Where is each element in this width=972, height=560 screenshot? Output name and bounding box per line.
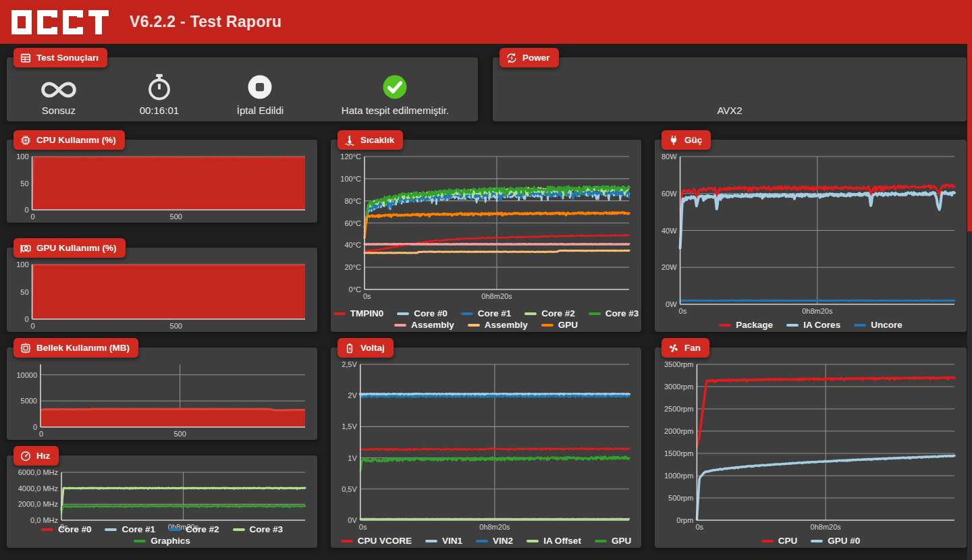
- chart-title: GPU Kullanımı (%): [36, 243, 117, 253]
- legend-label: TMPIN0: [350, 308, 384, 318]
- chart-svg: 0,0 MHz2000,0 MHz4000,0 MHz6000,0 MHz0s0…: [11, 469, 312, 532]
- speed-legend: Core #0Core #1Core #2Core #3Graphics: [7, 524, 317, 546]
- summary-label: 00:16:01: [140, 105, 179, 116]
- chart-panel-fan: Fan 0rpm500rpm1000rpm1500rpm2000rpm2500r…: [655, 347, 967, 548]
- legend-label: IA Cores: [803, 320, 840, 330]
- cpu-icon: [20, 134, 32, 146]
- battery-bolt-icon: [344, 342, 356, 354]
- svg-text:500: 500: [173, 430, 186, 438]
- chart-panel-power: Güç 0W20W40W60W80W0s0h8m20s PackageIA Co…: [655, 140, 967, 332]
- chart-title: Fan: [684, 343, 701, 353]
- svg-text:0: 0: [24, 206, 28, 214]
- legend-item: VIN2: [476, 536, 513, 546]
- svg-text:80W: 80W: [662, 153, 677, 161]
- svg-text:0: 0: [33, 423, 37, 431]
- chart-title: Voltaj: [360, 343, 385, 353]
- stop-icon: [246, 72, 274, 101]
- legend-item: Core #1: [105, 524, 155, 534]
- test-results-panel: Test Sonuçları Sonsuz 00:16:01 İptal Edi…: [7, 57, 478, 121]
- legend-label: Core #3: [250, 524, 284, 534]
- legend-swatch: [786, 324, 799, 327]
- svg-text:40W: 40W: [662, 227, 677, 235]
- svg-text:20°C: 20°C: [344, 263, 361, 271]
- cpu-usage-chart: 0501000500: [11, 153, 312, 221]
- legend-item: GPU #0: [811, 536, 860, 546]
- infinity-icon: [36, 72, 82, 101]
- scrollbar-thumb[interactable]: [967, 44, 972, 231]
- summary-label: Hata tespit edilmemiştir.: [342, 105, 449, 116]
- svg-text:0: 0: [24, 315, 28, 323]
- power-chart-badge: Güç: [662, 130, 711, 150]
- svg-text:3500rpm: 3500rpm: [664, 361, 693, 368]
- svg-text:5000: 5000: [21, 397, 37, 405]
- legend-item: CPU: [761, 536, 798, 546]
- test-results-badge-label: Test Sonuçları: [36, 53, 99, 63]
- summary-item-duration: Sonsuz: [36, 72, 82, 116]
- svg-text:0h8m20s: 0h8m20s: [802, 307, 833, 315]
- legend-item: Core #3: [589, 308, 639, 318]
- gpu-icon: [20, 242, 32, 254]
- legend-swatch: [169, 528, 181, 531]
- legend-swatch: [854, 324, 866, 327]
- legend-label: VIN2: [493, 536, 513, 546]
- legend-label: Core #2: [186, 524, 219, 534]
- svg-text:50: 50: [20, 179, 28, 188]
- legend-swatch: [526, 540, 539, 542]
- chart-svg: 0°C20°C40°C60°C80°C100°C120°C0s0h8m20s: [335, 153, 636, 301]
- summary-item-status: İptal Edildi: [237, 72, 284, 116]
- legend-item: TMPIN0: [333, 308, 384, 318]
- legend-swatch: [425, 540, 437, 542]
- temperature-badge: Sıcaklık: [338, 130, 403, 150]
- chart-panel-speed: Hız 0,0 MHz2000,0 MHz4000,0 MHz6000,0 MH…: [7, 455, 317, 548]
- thermometer-icon: [344, 134, 356, 146]
- svg-text:6000,0 MHz: 6000,0 MHz: [18, 469, 58, 476]
- chart-svg: 0501000500: [11, 153, 312, 221]
- temperature-chart: 0°C20°C40°C60°C80°C100°C120°C0s0h8m20s: [335, 153, 636, 301]
- fan-legend: CPUGPU #0: [655, 536, 967, 546]
- fan-chart: 0rpm500rpm1000rpm1500rpm2000rpm2500rpm30…: [659, 361, 961, 532]
- svg-text:0h8m20s: 0h8m20s: [481, 292, 512, 300]
- svg-text:1500rpm: 1500rpm: [664, 449, 693, 457]
- legend-item: Core #2: [524, 308, 575, 318]
- legend-item: Package: [719, 320, 773, 330]
- chart-title: Güç: [684, 135, 702, 145]
- legend-swatch: [233, 528, 245, 531]
- legend-swatch: [541, 324, 554, 327]
- svg-text:0°C: 0°C: [349, 285, 362, 293]
- svg-text:500: 500: [170, 322, 182, 330]
- power-test-panel: Power AVX2: [493, 57, 967, 121]
- gpu-usage-badge: GPU Kullanımı (%): [14, 238, 126, 258]
- svg-text:60W: 60W: [662, 190, 677, 198]
- power-chart: 0W20W40W60W80W0s0h8m20s: [659, 153, 961, 316]
- chart-svg: 0V0,5V1V1,5V2V2,5V0s0h8m20s: [335, 361, 636, 532]
- legend-item: Assembly: [468, 320, 528, 330]
- legend-label: VIN1: [442, 536, 462, 546]
- chart-title: Hız: [36, 451, 50, 461]
- svg-text:0s: 0s: [695, 523, 703, 531]
- legend-item: GPU: [595, 536, 631, 546]
- legend-swatch: [524, 312, 537, 315]
- svg-text:0,5V: 0,5V: [342, 485, 357, 493]
- speedometer-icon: [20, 450, 32, 462]
- page-title: V6.2.2 - Test Raporu: [130, 13, 281, 31]
- svg-text:0h8m20s: 0h8m20s: [811, 523, 842, 531]
- legend-label: Assembly: [485, 320, 528, 330]
- test-results-badge: Test Sonuçları: [14, 48, 107, 67]
- voltage-badge: Voltaj: [338, 338, 394, 358]
- legend-item: Core #1: [461, 308, 512, 318]
- svg-text:2000,0 MHz: 2000,0 MHz: [18, 500, 58, 508]
- svg-text:2,5V: 2,5V: [342, 361, 357, 368]
- legend-swatch: [397, 312, 409, 315]
- svg-text:0s: 0s: [359, 523, 367, 531]
- temperature-legend: TMPIN0Core #0Core #1Core #2Core #3Assemb…: [331, 308, 641, 330]
- app-header: V6.2.2 - Test Raporu: [0, 0, 972, 44]
- legend-item: Graphics: [134, 536, 190, 546]
- legend-label: CPU VCORE: [358, 536, 412, 546]
- chart-panel-temperature: Sıcaklık 0°C20°C40°C60°C80°C100°C120°C0s…: [331, 140, 641, 332]
- legend-item: Core #0: [41, 524, 92, 534]
- legend-label: IA Offset: [543, 536, 581, 546]
- chart-panel-cpu-usage: CPU Kullanımı (%) 0501000500: [7, 140, 317, 223]
- legend-label: GPU: [558, 320, 578, 330]
- svg-text:0rpm: 0rpm: [676, 516, 693, 524]
- legend-label: GPU #0: [828, 536, 860, 546]
